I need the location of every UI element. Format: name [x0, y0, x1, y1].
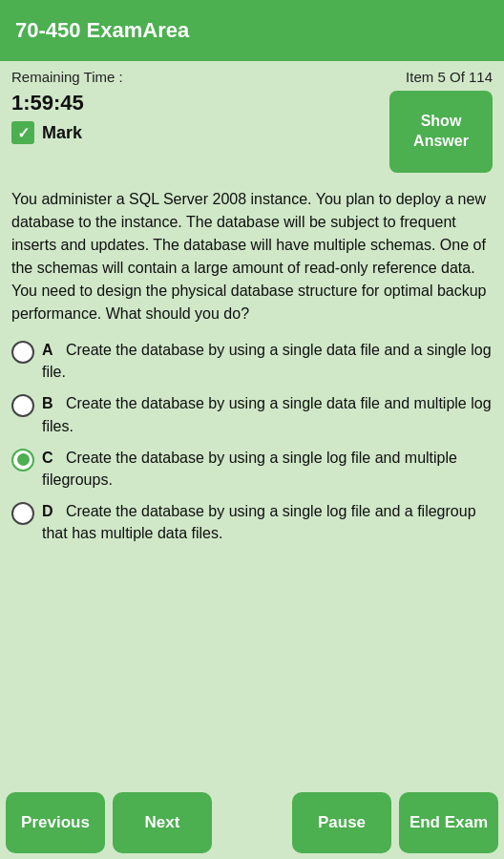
app-title: 70-450 ExamArea: [15, 18, 189, 43]
option-text-d: D Create the database by using a single …: [42, 500, 493, 544]
timer-left: 1:59:45 ✓ Mark: [11, 91, 84, 144]
question-text: You administer a SQL Server 2008 instanc…: [11, 188, 493, 325]
mark-checkbox[interactable]: ✓: [11, 121, 34, 144]
end-exam-button[interactable]: End Exam: [399, 792, 498, 853]
meta-bar: Remaining Time : Item 5 Of 114: [0, 61, 504, 89]
question-body: You administer a SQL Server 2008 instanc…: [0, 180, 504, 786]
remaining-time-label: Remaining Time :: [11, 69, 123, 85]
option-text-c: C Create the database by using a single …: [42, 447, 493, 491]
option-row-d[interactable]: D Create the database by using a single …: [11, 500, 493, 544]
app-header: 70-450 ExamArea: [0, 0, 504, 61]
option-row-b[interactable]: B Create the database by using a single …: [11, 392, 493, 436]
pause-button[interactable]: Pause: [292, 792, 391, 853]
show-answer-button[interactable]: Show Answer: [389, 91, 493, 173]
timer-row: 1:59:45 ✓ Mark Show Answer: [0, 89, 504, 180]
option-text-a: A Create the database by using a single …: [42, 339, 493, 383]
radio-d[interactable]: [11, 502, 34, 525]
option-text-b: B Create the database by using a single …: [42, 392, 493, 436]
radio-b[interactable]: [11, 394, 34, 417]
radio-c[interactable]: [11, 449, 34, 471]
radio-a[interactable]: [11, 341, 34, 364]
next-button[interactable]: Next: [113, 792, 212, 853]
option-row-a[interactable]: A Create the database by using a single …: [11, 339, 493, 383]
bottom-bar: Previous Next Pause End Exam: [0, 786, 504, 859]
checkmark-icon: ✓: [17, 124, 30, 142]
mark-row: ✓ Mark: [11, 121, 84, 144]
previous-button[interactable]: Previous: [6, 792, 105, 853]
timer-value: 1:59:45: [11, 91, 84, 115]
option-row-c[interactable]: C Create the database by using a single …: [11, 447, 493, 491]
mark-label: Mark: [42, 123, 82, 143]
item-counter: Item 5 Of 114: [406, 69, 493, 85]
